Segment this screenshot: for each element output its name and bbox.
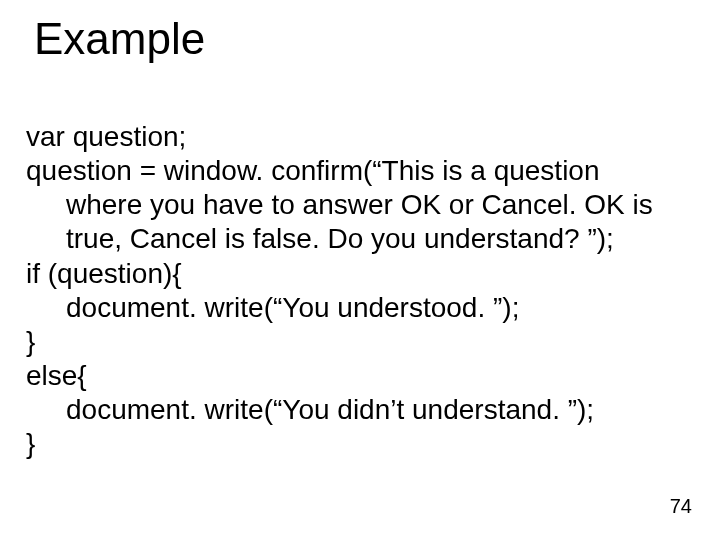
code-line: document. write(“You didn’t understand. … xyxy=(26,393,694,427)
slide-title: Example xyxy=(34,14,205,64)
code-line: where you have to answer OK or Cancel. O… xyxy=(26,188,694,222)
code-line: } xyxy=(26,325,694,359)
code-line: var question; xyxy=(26,120,694,154)
code-block: var question; question = window. confirm… xyxy=(26,120,694,462)
code-line: else{ xyxy=(26,359,694,393)
code-line: document. write(“You understood. ”); xyxy=(26,291,694,325)
code-line: true, Cancel is false. Do you understand… xyxy=(26,222,694,256)
slide: Example var question; question = window.… xyxy=(0,0,720,540)
page-number: 74 xyxy=(670,495,692,518)
code-line: } xyxy=(26,427,694,461)
code-line: question = window. confirm(“This is a qu… xyxy=(26,154,694,188)
code-line: if (question){ xyxy=(26,257,694,291)
